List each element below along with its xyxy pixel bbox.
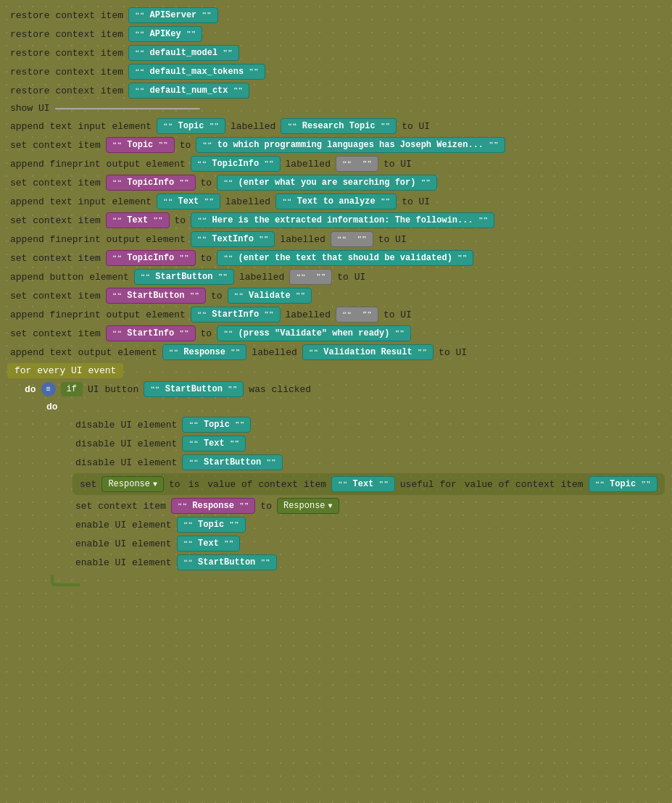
- set-response-complex-row: set Response ▼ to is value of context it…: [72, 473, 665, 495]
- enable-topic-row: enable UI element ❝❝ Topic ❞❞: [72, 517, 665, 533]
- disable-topic-key-tag[interactable]: ❝❝ Topic ❞❞: [182, 417, 251, 433]
- append-topicinfo-row: append fineprint output element ❝❝ Topic…: [7, 156, 665, 172]
- validate-tag[interactable]: ❝❝ Validate ❞❞: [228, 288, 312, 304]
- enable-topic-key-tag[interactable]: ❝❝ Topic ❞❞: [177, 517, 246, 533]
- disable-topic-label: disable UI element: [72, 418, 180, 432]
- labelled-label-1: labelled: [228, 120, 278, 133]
- enable-startbutton-row: enable UI element ❝❝ StartButton ❞❞: [72, 554, 665, 570]
- restore-label-2: restore context item: [7, 28, 126, 41]
- set-startinfo-key-tag[interactable]: ❝❝ StartInfo ❞❞: [106, 325, 196, 341]
- enable-startbutton-key-tag[interactable]: ❝❝ StartButton ❞❞: [177, 554, 277, 570]
- startbutton-gray-tag[interactable]: ❝❝ ❞❞: [289, 269, 332, 285]
- startinfo-gray-tag[interactable]: ❝❝ ❞❞: [336, 307, 378, 323]
- labelled-label-5: labelled: [236, 270, 287, 284]
- show-ui-row: show UI: [7, 101, 665, 115]
- restore-label-3: restore context item: [7, 46, 126, 60]
- ui-button-label: UI button: [85, 383, 141, 396]
- to-label-1: to: [177, 138, 194, 152]
- response-key-tag[interactable]: ❝❝ Response ❞❞: [162, 344, 247, 360]
- restore-numctx-tag[interactable]: ❝❝ default_num_ctx ❞❞: [128, 83, 249, 99]
- do-row: do ≡ if UI button ❝❝ StartButton ❞❞ was …: [22, 381, 665, 397]
- disable-text-key-tag[interactable]: ❝❝ Text ❞❞: [182, 436, 246, 452]
- to-ui-label-1: to UI: [399, 120, 433, 133]
- to-ui-label-6: to UI: [381, 308, 415, 322]
- do-inner-label: do: [43, 400, 61, 414]
- blue-circle-icon: ≡: [41, 382, 56, 396]
- set-startinfo-label: set context item: [7, 327, 104, 341]
- set-textinfo-key-tag[interactable]: ❝❝ TopicInfo ❞❞: [106, 250, 196, 266]
- research-topic-tag[interactable]: ❝❝ Research Topic ❞❞: [281, 118, 397, 134]
- enable-text-key-tag[interactable]: ❝❝ Text ❞❞: [177, 536, 241, 552]
- set-topic-key-tag[interactable]: ❝❝ Topic ❞❞: [106, 137, 175, 153]
- textinfo-key-tag[interactable]: ❝❝ TextInfo ❞❞: [191, 231, 275, 247]
- set-topicinfo-key-tag[interactable]: ❝❝ TopicInfo ❞❞: [106, 175, 196, 191]
- append-response-row: append text output element ❝❝ Response ❞…: [7, 344, 665, 360]
- startinfo-key-tag[interactable]: ❝❝ StartInfo ❞❞: [191, 307, 281, 323]
- set-startinfo-row: set context item ❝❝ StartInfo ❞❞ to ❝❝ (…: [7, 325, 665, 341]
- was-clicked-label: was clicked: [246, 383, 314, 396]
- enable-startbutton-label: enable UI element: [72, 556, 175, 570]
- set-topic-value-tag[interactable]: ❝❝ to which programming languages has Jo…: [196, 137, 505, 153]
- for-every-label: for every UI event: [7, 363, 123, 378]
- restore-label-5: restore context item: [7, 84, 126, 98]
- startinfo-value-tag[interactable]: ❝❝ (press "Validate" when ready) ❞❞: [217, 325, 411, 341]
- append-startbutton-label: append button element: [7, 270, 132, 284]
- set-response-label: set: [77, 478, 99, 491]
- text-to-analyze-tag[interactable]: ❝❝ Text to analyze ❞❞: [275, 194, 397, 209]
- set-ctx-response-row: set context item ❝❝ Response ❞❞ to Respo…: [72, 498, 665, 514]
- append-startinfo-label: append fineprint output element: [7, 308, 188, 322]
- response-dropdown-arrow-icon: ▼: [328, 502, 333, 510]
- restore-maxtokens-tag[interactable]: ❝❝ default_max_tokens ❞❞: [128, 64, 265, 80]
- set-text-key-tag[interactable]: ❝❝ Text ❞❞: [106, 212, 170, 228]
- value-of-text-label: value of context item: [204, 478, 329, 491]
- response-dropdown-tag[interactable]: Response ▼: [101, 476, 164, 492]
- set-ctx-response-label: set context item: [72, 499, 169, 513]
- to-ui-label-7: to UI: [436, 346, 470, 359]
- append-startinfo-row: append fineprint output element ❝❝ Start…: [7, 307, 665, 323]
- set-startbutton-row: set context item ❝❝ StartButton ❞❞ to ❝❝…: [7, 288, 665, 304]
- topic-val-tag[interactable]: ❝❝ Topic ❞❞: [589, 476, 658, 492]
- disable-text-row: disable UI element ❝❝ Text ❞❞: [72, 436, 665, 452]
- set-text-value-tag[interactable]: ❝❝ Here is the extracted information: Th…: [191, 212, 494, 228]
- restore-model-tag[interactable]: ❝❝ default_model ❞❞: [128, 45, 239, 61]
- startbutton-key-tag[interactable]: ❝❝ StartButton ❞❞: [134, 269, 234, 285]
- show-ui-label: show UI: [7, 101, 53, 115]
- do-inner-row: do: [43, 400, 665, 414]
- useful-for-label: useful for: [397, 478, 460, 491]
- restore-maxtokens-row: restore context item ❝❝ default_max_toke…: [7, 64, 665, 80]
- set-topicinfo-row: set context item ❝❝ TopicInfo ❞❞ to ❝❝ (…: [7, 175, 665, 191]
- to-label-4: to: [198, 251, 215, 265]
- append-text-row: append text input element ❝❝ Text ❞❞ lab…: [7, 194, 665, 209]
- topic-key-tag[interactable]: ❝❝ Topic ❞❞: [157, 118, 225, 134]
- to-label-5: to: [208, 289, 225, 303]
- disable-topic-row: disable UI element ❝❝ Topic ❞❞: [72, 417, 665, 433]
- restore-apiserver-tag[interactable]: ❝❝ APIServer ❞❞: [128, 7, 218, 23]
- topicinfo-key-tag[interactable]: ❝❝ TopicInfo ❞❞: [191, 156, 281, 172]
- textinfo-gray-tag[interactable]: ❝❝ ❞❞: [331, 231, 373, 247]
- is-label-complex: is: [186, 478, 203, 491]
- disable-startbutton-key-tag[interactable]: ❝❝ StartButton ❞❞: [182, 454, 282, 470]
- set-ctx-response-key-tag[interactable]: ❝❝ Response ❞❞: [171, 498, 256, 514]
- textinfo-value-tag[interactable]: ❝❝ (enter the text that should be valida…: [217, 250, 473, 266]
- to-label-3: to: [172, 214, 189, 228]
- topicinfo-value-tag[interactable]: ❝❝ (enter what you are searching for) ❞❞: [217, 175, 437, 191]
- text-val-tag[interactable]: ❝❝ Text ❞❞: [331, 476, 395, 492]
- restore-apikey-row: restore context item ❝❝ APIKey ❞❞: [7, 26, 665, 42]
- labelled-label-3: labelled: [223, 195, 273, 209]
- to-ui-label-5: to UI: [334, 270, 368, 284]
- restore-model-row: restore context item ❝❝ default_model ❞❞: [7, 45, 665, 61]
- text-key-tag[interactable]: ❝❝ Text ❞❞: [157, 194, 220, 209]
- topicinfo-gray-tag[interactable]: ❝❝ ❞❞: [336, 156, 378, 172]
- response-var-dropdown[interactable]: Response ▼: [277, 498, 339, 514]
- restore-apikey-tag[interactable]: ❝❝ APIKey ❞❞: [128, 26, 202, 42]
- for-every-row: for every UI event: [7, 363, 665, 378]
- set-startbutton-key-tag[interactable]: ❝❝ StartButton ❞❞: [106, 288, 206, 304]
- value-of-topic-label: value of context item: [462, 478, 586, 491]
- disable-startbutton-row: disable UI element ❝❝ StartButton ❞❞: [72, 454, 665, 470]
- startbutton-if-tag[interactable]: ❝❝ StartButton ❞❞: [144, 381, 244, 397]
- labelled-label-6: labelled: [283, 308, 333, 322]
- validation-result-tag[interactable]: ❝❝ Validation Result ❞❞: [302, 344, 434, 360]
- to-label-complex: to: [166, 478, 183, 491]
- append-textinfo-label: append fineprint output element: [7, 233, 188, 246]
- append-topic-row: append text input element ❝❝ Topic ❞❞ la…: [7, 118, 665, 134]
